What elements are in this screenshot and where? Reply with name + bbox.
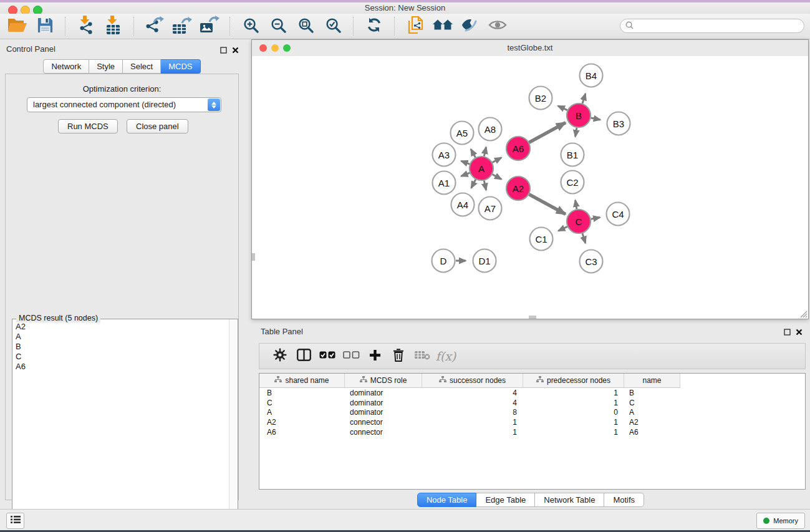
graph-node-A1[interactable]: A1	[433, 172, 456, 195]
table-row[interactable]: Bdominator41B	[259, 388, 805, 398]
graph-edge-A-A7[interactable]	[484, 181, 486, 190]
graph-node-A6[interactable]: A6	[506, 137, 530, 160]
table-cell[interactable]: 1	[523, 389, 624, 397]
graph-edge-B-B4[interactable]	[582, 94, 586, 104]
show-all-button[interactable]	[484, 15, 511, 37]
graph-edge-B-B2[interactable]	[558, 106, 567, 110]
hide-selected-button[interactable]	[456, 15, 484, 37]
graph-edge-A-A3[interactable]	[461, 161, 470, 164]
table-row[interactable]: A6connector11A6	[259, 427, 805, 437]
network-maximize-button[interactable]	[283, 44, 291, 52]
table-cell[interactable]: A6	[259, 428, 345, 437]
table-cell[interactable]: connector	[345, 428, 422, 437]
graph-node-A4[interactable]: A4	[451, 193, 475, 216]
table-cell[interactable]: 1	[422, 418, 523, 427]
graph-node-B4[interactable]: B4	[580, 64, 603, 87]
graph-node-D1[interactable]: D1	[473, 249, 496, 273]
deselect-all-button[interactable]	[339, 345, 363, 367]
network-horizontal-scroll-nub[interactable]	[529, 316, 536, 319]
table-cell[interactable]: 1	[523, 399, 624, 407]
table-cell[interactable]: A6	[624, 428, 680, 437]
table-cell[interactable]: A2	[624, 418, 680, 427]
tab-mcds[interactable]: MCDS	[161, 59, 200, 74]
graph-edge-A6-B[interactable]	[529, 123, 566, 143]
table-cell[interactable]: 1	[523, 418, 624, 427]
criterion-dropdown[interactable]: largest connected component (directed)	[27, 97, 221, 112]
table-cell[interactable]: C	[259, 399, 345, 407]
zoom-in-button[interactable]	[237, 15, 264, 37]
table-cell[interactable]: A2	[259, 418, 345, 427]
graph-node-C1[interactable]: C1	[530, 228, 553, 251]
column-header-MCDS-role[interactable]: MCDS role	[345, 374, 422, 387]
graph-node-A7[interactable]: A7	[479, 197, 502, 220]
table-cell[interactable]: B	[624, 389, 680, 397]
close-panel-button[interactable]: Close panel	[127, 119, 188, 133]
resize-grip-icon[interactable]	[799, 309, 808, 318]
graph-node-B1[interactable]: B1	[561, 143, 584, 167]
mcds-result-item[interactable]: B	[12, 342, 229, 352]
column-header-successor-nodes[interactable]: successor nodes	[422, 374, 523, 387]
tab-network[interactable]: Network	[43, 59, 89, 74]
graph-edge-B-B3[interactable]	[591, 118, 600, 120]
table-cell[interactable]: A	[259, 408, 345, 417]
table-cell[interactable]: B	[259, 389, 345, 397]
column-header-name[interactable]: name	[624, 374, 680, 387]
network-canvas[interactable]: A5A8A3AA1A4A7A6A2B2B4BB3B1C2CC4C1C3DD1	[252, 56, 808, 319]
table-cell[interactable]: 4	[422, 389, 523, 397]
tab-node-table[interactable]: Node Table	[417, 493, 477, 507]
export-image-button[interactable]	[196, 15, 223, 37]
network-window-titlebar[interactable]: testGlobe.txt	[252, 40, 808, 57]
tab-network-table[interactable]: Network Table	[535, 493, 604, 507]
float-table-panel-icon[interactable]	[784, 327, 791, 338]
graph-node-C2[interactable]: C2	[561, 171, 584, 194]
table-cell[interactable]: dominator	[345, 389, 422, 397]
column-header-predecessor-nodes[interactable]: predecessor nodes	[523, 374, 624, 387]
network-close-button[interactable]	[259, 44, 267, 52]
run-mcds-button[interactable]: Run MCDS	[58, 119, 118, 133]
export-network-button[interactable]	[141, 15, 168, 37]
mcds-result-item[interactable]: C	[12, 352, 229, 362]
table-cell[interactable]: dominator	[345, 399, 422, 407]
graph-edge-A-A6[interactable]	[493, 158, 501, 163]
graph-edge-A-A8[interactable]	[484, 147, 486, 157]
tab-motifs[interactable]: Motifs	[604, 493, 644, 507]
table-cell[interactable]: connector	[345, 418, 422, 427]
tab-select[interactable]: Select	[123, 59, 161, 74]
graph-node-A5[interactable]: A5	[451, 122, 474, 145]
mcds-result-item[interactable]: A2	[12, 322, 229, 332]
table-cell[interactable]: 1	[523, 428, 624, 437]
mcds-result-scrollbar[interactable]	[229, 319, 238, 530]
graph-edge-B-B1[interactable]	[576, 128, 577, 137]
gear-button[interactable]	[268, 345, 292, 367]
close-table-panel-icon[interactable]	[796, 327, 803, 338]
graph-edge-C-C4[interactable]	[591, 218, 600, 220]
table-cell[interactable]: 0	[523, 408, 624, 417]
refresh-button[interactable]	[360, 15, 388, 37]
save-button[interactable]	[31, 15, 59, 37]
graph-edge-A-A2[interactable]	[493, 175, 501, 180]
zoom-fit-button[interactable]	[292, 15, 319, 37]
table-cell[interactable]: C	[624, 399, 680, 407]
graph-edge-A-A4[interactable]	[471, 180, 476, 188]
split-columns-button[interactable]	[292, 345, 316, 367]
network-minimize-button[interactable]	[271, 44, 279, 52]
zoom-selected-button[interactable]	[319, 15, 347, 37]
graph-node-B[interactable]: B	[567, 104, 591, 127]
graph-node-D[interactable]: D	[432, 249, 455, 273]
import-network-button[interactable]	[72, 15, 100, 37]
graph-node-C3[interactable]: C3	[580, 250, 603, 273]
graph-node-C4[interactable]: C4	[607, 203, 630, 226]
memory-button[interactable]: Memory	[756, 513, 805, 529]
network-graph[interactable]: A5A8A3AA1A4A7A6A2B2B4BB3B1C2CC4C1C3DD1	[252, 56, 808, 319]
table-cell[interactable]: 8	[422, 408, 523, 417]
table-cell[interactable]: 4	[422, 399, 523, 407]
graph-edge-C-C2[interactable]	[576, 200, 577, 209]
graph-node-A[interactable]: A	[470, 157, 493, 180]
tab-edge-table[interactable]: Edge Table	[476, 493, 535, 507]
table-row[interactable]: Cdominator41C	[259, 398, 805, 408]
table-cell[interactable]: 1	[422, 428, 523, 437]
graph-node-B3[interactable]: B3	[607, 112, 630, 135]
graph-edge-A-A1[interactable]	[461, 173, 470, 176]
open-folder-button[interactable]	[4, 15, 31, 37]
graph-edge-C-C1[interactable]	[558, 226, 567, 231]
